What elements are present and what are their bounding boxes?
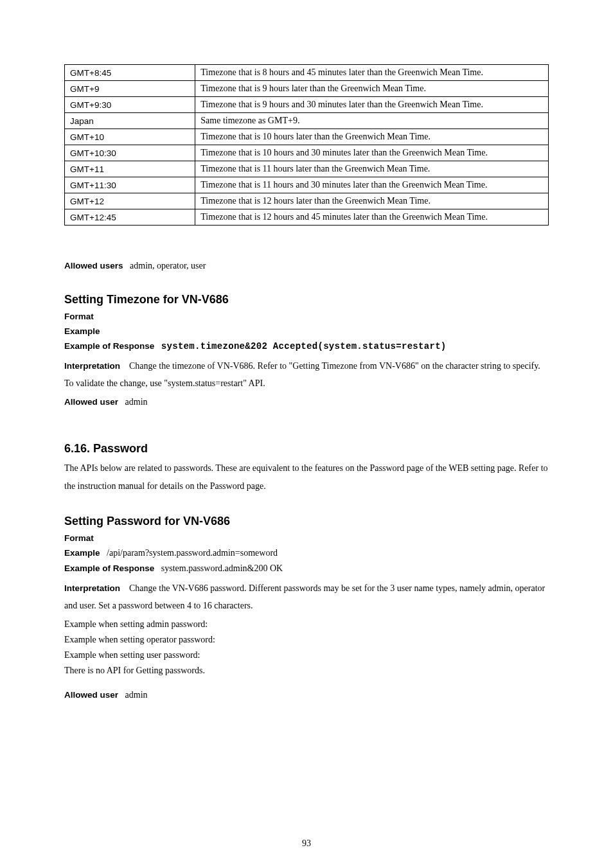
example-value: /api/param?system.password.admin=somewor…: [107, 548, 278, 558]
example-response-label-2: Example of Response: [64, 563, 154, 573]
setting-password-heading: Setting Password for VN-V686: [64, 515, 549, 528]
example-label-2: Example: [64, 548, 100, 558]
allowed-user-value: admin: [125, 397, 148, 407]
setting-timezone-heading: Setting Timezone for VN-V686: [64, 293, 549, 306]
table-row: Japan Same timezone as GMT+9.: [65, 113, 549, 129]
desc-cell: Timezone that is 11 hours and 30 minutes…: [195, 177, 549, 193]
interpretation-label-2: Interpretation: [64, 583, 120, 593]
tz-cell: GMT+8:45: [65, 65, 195, 81]
page-number: 93: [0, 838, 613, 849]
desc-cell: Same timezone as GMT+9.: [195, 113, 549, 129]
table-row: GMT+11 Timezone that is 11 hours later t…: [65, 161, 549, 177]
example-label: Example: [64, 326, 549, 336]
tz-cell: GMT+12: [65, 193, 195, 209]
desc-cell: Timezone that is 11 hours later than the…: [195, 161, 549, 177]
allowed-users-label: Allowed users: [64, 261, 123, 270]
password-section-heading: 6.16. Password: [64, 442, 549, 456]
example-operator-line: Example when setting operator password:: [64, 635, 549, 645]
interpretation-label: Interpretation: [64, 361, 120, 371]
example-user-line: Example when setting user password:: [64, 650, 549, 660]
desc-cell: Timezone that is 12 hours and 45 minutes…: [195, 209, 549, 226]
interpretation-line: Interpretation Change the timezone of VN…: [64, 358, 549, 392]
allowed-user-line: Allowed user admin: [64, 397, 549, 407]
example-response-line-2: Example of Response system.password.admi…: [64, 563, 549, 574]
interpretation-text: Change the timezone of VN-V686. Refer to…: [64, 361, 540, 388]
allowed-users-value: [125, 261, 130, 270]
allowed-user-value-2: admin: [125, 690, 148, 700]
tz-cell: GMT+9: [65, 81, 195, 97]
example-admin-line: Example when setting admin password:: [64, 619, 549, 630]
tz-cell: GMT+9:30: [65, 97, 195, 113]
allowed-user-label: Allowed user: [64, 397, 118, 407]
tz-cell: GMT+11: [65, 161, 195, 177]
example-response-label: Example of Response: [64, 341, 154, 351]
table-row: GMT+10 Timezone that is 10 hours later t…: [65, 129, 549, 145]
allowed-users-value-text: admin, operator, user: [130, 261, 206, 270]
tz-cell: Japan: [65, 113, 195, 129]
tz-cell: GMT+12:45: [65, 209, 195, 226]
table-row: GMT+10:30 Timezone that is 10 hours and …: [65, 145, 549, 161]
allowed-user-label-2: Allowed user: [64, 690, 118, 700]
password-section-body: The APIs below are related to passwords.…: [64, 459, 549, 495]
example-line: Example /api/param?system.password.admin…: [64, 548, 549, 558]
example-of-response-line: Example of Response system.timezone&202 …: [64, 341, 549, 351]
table-row: GMT+12:45 Timezone that is 12 hours and …: [65, 209, 549, 226]
example-response-value-2: system.password.admin&200 OK: [161, 563, 283, 573]
allowed-user-line-2: Allowed user admin: [64, 690, 549, 700]
desc-cell: Timezone that is 12 hours later than the…: [195, 193, 549, 209]
desc-cell: Timezone that is 10 hours later than the…: [195, 129, 549, 145]
allowed-users-line: Allowed users admin, operator, user: [64, 261, 549, 271]
interpretation-line-2: Interpretation Change the VN-V686 passwo…: [64, 580, 549, 614]
format-label: Format: [64, 312, 549, 321]
tz-cell: GMT+11:30: [65, 177, 195, 193]
desc-cell: Timezone that is 9 hours and 30 minutes …: [195, 97, 549, 113]
table-row: GMT+9:30 Timezone that is 9 hours and 30…: [65, 97, 549, 113]
table-row: GMT+11:30 Timezone that is 11 hours and …: [65, 177, 549, 193]
desc-cell: Timezone that is 9 hours later than the …: [195, 81, 549, 97]
tz-cell: GMT+10:30: [65, 145, 195, 161]
interpretation-text-2: Change the VN-V686 password. Different p…: [64, 583, 545, 610]
tz-cell: GMT+10: [65, 129, 195, 145]
table-row: GMT+9 Timezone that is 9 hours later tha…: [65, 81, 549, 97]
no-api-line: There is no API for Getting passwords.: [64, 666, 549, 676]
table-row: GMT+12 Timezone that is 12 hours later t…: [65, 193, 549, 209]
desc-cell: Timezone that is 8 hours and 45 minutes …: [195, 65, 549, 81]
format-label-2: Format: [64, 533, 549, 543]
timezone-table: GMT+8:45 Timezone that is 8 hours and 45…: [64, 64, 549, 226]
table-row: GMT+8:45 Timezone that is 8 hours and 45…: [65, 65, 549, 81]
timezone-table-body: GMT+8:45 Timezone that is 8 hours and 45…: [65, 65, 549, 226]
document-page: GMT+8:45 Timezone that is 8 hours and 45…: [0, 0, 613, 868]
desc-cell: Timezone that is 10 hours and 30 minutes…: [195, 145, 549, 161]
example-response-value: system.timezone&202 Accepted(system.stat…: [161, 341, 447, 351]
